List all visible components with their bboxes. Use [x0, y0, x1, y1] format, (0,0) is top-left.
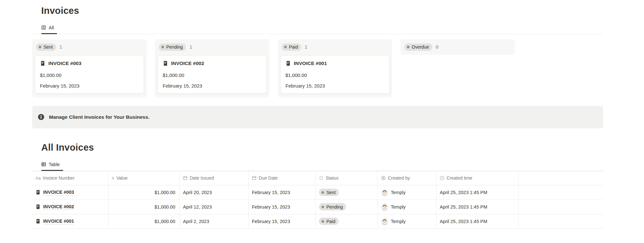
tab-label: All — [49, 25, 54, 30]
header-filler — [519, 171, 603, 185]
cell-filler — [519, 214, 603, 229]
cell-due-date: February 15, 2023 — [249, 200, 316, 214]
status-pill-sent[interactable]: Sent — [319, 189, 339, 196]
invoice-number-text: INVOICE #002 — [43, 204, 74, 210]
header-label: Value — [117, 175, 128, 181]
cell-due-date: February 15, 2023 — [249, 214, 316, 229]
table-tabbar: Table — [32, 162, 603, 171]
created-by-name: Temply — [391, 204, 406, 210]
receipt-icon — [40, 61, 45, 66]
info-icon — [38, 114, 44, 120]
cell-date-issued: April 2, 2023 — [180, 214, 249, 229]
invoice-card-001[interactable]: INVOICE #001 $1,000.00 February 15, 2023 — [280, 55, 389, 94]
header-created-by[interactable]: Created by — [378, 171, 437, 185]
header-due-date[interactable]: Due Date — [249, 171, 316, 185]
board-column-pending: Pending 1 INVOICE #002 $1,000.00 Februar… — [155, 39, 269, 98]
status-pill-pending[interactable]: Pending — [159, 43, 186, 51]
status-label: Sent — [326, 190, 336, 195]
card-due-date: February 15, 2023 — [163, 83, 262, 89]
invoice-page-link[interactable]: INVOICE #001 — [35, 219, 74, 224]
column-count: 0 — [436, 44, 438, 50]
tab-all-board-view[interactable]: All — [41, 25, 57, 34]
table-view-icon — [41, 162, 46, 167]
board-view-icon — [41, 25, 46, 30]
header-invoice-number[interactable]: Aa Invoice Number — [32, 171, 109, 185]
receipt-icon — [163, 61, 168, 66]
table-row-invoice-003: INVOICE #003 $1,000.00 April 20, 2023 Fe… — [32, 185, 603, 200]
tab-table-view[interactable]: Table — [41, 162, 63, 171]
table-header-row: Aa Invoice Number # Value Date Issued Du… — [32, 171, 603, 185]
card-due-date: February 15, 2023 — [285, 83, 384, 89]
header-status[interactable]: Status — [316, 171, 378, 185]
status-pill-pending[interactable]: Pending — [319, 203, 346, 210]
column-count: 1 — [305, 44, 307, 50]
cell-created-by: Temply — [378, 200, 437, 214]
callout-block: Manage Client Invoices for Your Business… — [32, 106, 603, 128]
status-label: Overdue — [412, 44, 429, 50]
status-dot — [284, 46, 287, 48]
avatar — [381, 189, 388, 196]
status-dot — [161, 46, 164, 48]
board-tabbar: All — [32, 25, 603, 34]
created-by-name: Temply — [391, 190, 406, 195]
cell-due-date: February 15, 2023 — [249, 185, 316, 200]
invoice-page-link[interactable]: INVOICE #003 — [35, 190, 74, 195]
cell-status: Paid — [316, 214, 378, 229]
cell-filler — [519, 185, 603, 200]
invoices-table: Aa Invoice Number # Value Date Issued Du… — [32, 171, 603, 229]
status-property-icon — [319, 176, 323, 180]
board-column-sent: Sent 1 INVOICE #003 $1,000.00 February 1… — [32, 39, 147, 98]
card-title: INVOICE #001 — [294, 61, 327, 66]
cell-status: Sent — [316, 185, 378, 200]
card-title: INVOICE #003 — [48, 61, 82, 66]
invoice-card-002[interactable]: INVOICE #002 $1,000.00 February 15, 2023 — [158, 55, 267, 94]
header-label: Status — [326, 175, 339, 181]
receipt-icon — [35, 204, 40, 209]
status-dot — [39, 46, 41, 48]
receipt-icon — [35, 190, 40, 195]
board-column-overdue: Overdue 0 — [400, 39, 515, 55]
avatar — [381, 203, 388, 210]
status-pill-paid[interactable]: Paid — [282, 43, 301, 51]
card-value: $1,000.00 — [163, 72, 262, 78]
cell-filler — [519, 200, 603, 214]
card-due-date: February 15, 2023 — [40, 83, 139, 89]
cell-created-time: April 25, 2023 1:45 PM — [437, 200, 519, 214]
invoice-number-text: INVOICE #001 — [43, 219, 74, 224]
status-label: Sent — [43, 44, 53, 50]
created-by-name: Temply — [391, 219, 406, 224]
status-dot — [407, 46, 409, 48]
column-count: 1 — [189, 44, 192, 50]
status-pill-paid[interactable]: Paid — [319, 218, 339, 225]
cell-invoice-number: INVOICE #001 — [32, 214, 109, 229]
cell-created-time: April 25, 2023 1:45 PM — [437, 214, 519, 229]
calendar-icon — [183, 176, 187, 180]
board-column-header: Paid 1 — [280, 43, 389, 51]
page-content: Invoices All Sent 1 — [32, 0, 603, 229]
invoice-page-link[interactable]: INVOICE #002 — [35, 204, 74, 210]
status-label: Pending — [326, 204, 343, 210]
card-title: INVOICE #002 — [171, 61, 204, 66]
cell-invoice-number: INVOICE #002 — [32, 200, 109, 214]
cell-created-by: Temply — [378, 185, 437, 200]
invoice-card-003[interactable]: INVOICE #003 $1,000.00 February 15, 2023 — [35, 55, 144, 94]
cell-date-issued: April 12, 2023 — [180, 200, 249, 214]
header-label: Created time — [447, 175, 472, 181]
card-value: $1,000.00 — [285, 72, 384, 78]
header-created-time[interactable]: Created time — [437, 171, 519, 185]
board-column-header: Sent 1 — [35, 43, 144, 51]
cell-created-by: Temply — [378, 214, 437, 229]
board-column-paid: Paid 1 INVOICE #001 $1,000.00 February 1… — [278, 39, 392, 98]
status-pill-overdue[interactable]: Overdue — [404, 43, 432, 51]
receipt-icon — [285, 61, 291, 66]
table-row-invoice-002: INVOICE #002 $1,000.00 April 12, 2023 Fe… — [32, 200, 603, 214]
header-value[interactable]: # Value — [109, 171, 180, 185]
header-label: Date Issued — [190, 175, 214, 181]
number-property-icon: # — [112, 176, 114, 181]
header-date-issued[interactable]: Date Issued — [180, 171, 249, 185]
status-pill-sent[interactable]: Sent — [36, 43, 56, 51]
invoices-board: Sent 1 INVOICE #003 $1,000.00 February 1… — [32, 39, 603, 98]
cell-value: $1,000.00 — [109, 185, 180, 200]
cell-value: $1,000.00 — [109, 200, 180, 214]
status-label: Paid — [289, 44, 298, 50]
